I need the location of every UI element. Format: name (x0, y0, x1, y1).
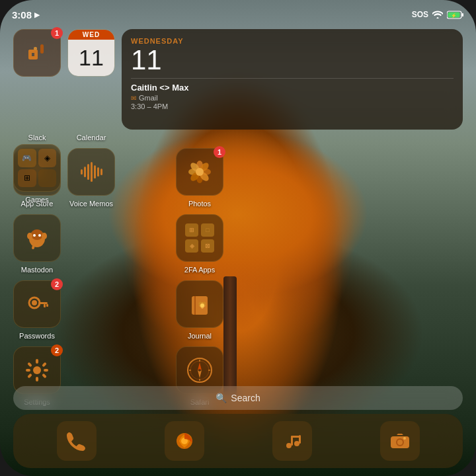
twofa-block-2: □ (201, 223, 214, 237)
svg-rect-44 (42, 362, 47, 368)
dock-firefox-icon[interactable] (165, 421, 204, 461)
svg-marker-50 (198, 370, 202, 378)
svg-point-21 (31, 229, 43, 240)
app-row-2: A App Store (13, 148, 463, 196)
svg-rect-45 (27, 374, 32, 379)
game-2: ◈ (38, 149, 57, 167)
status-bar: 3:08 ▶ SOS ⚡ (0, 0, 476, 24)
svg-point-47 (188, 358, 212, 382)
slack-app-icon[interactable]: 1 (13, 29, 61, 77)
svg-point-23 (42, 233, 47, 239)
music-icon (281, 430, 303, 452)
sos-label: SOS (412, 10, 428, 19)
settings-badge: 2 (51, 344, 63, 356)
mastodon-cell: Mastodon (13, 214, 61, 262)
battery-icon: ⚡ (447, 11, 464, 19)
svg-rect-40 (36, 377, 38, 381)
svg-rect-43 (27, 362, 32, 368)
svg-rect-41 (26, 369, 30, 372)
safari-symbol (185, 356, 214, 385)
game-4 (38, 169, 57, 188)
photos-symbol (185, 157, 214, 186)
twofa-inner: ⊞ □ ◈ ⊠ (178, 217, 221, 259)
passwords-icon[interactable]: 2 (13, 280, 61, 328)
svg-rect-32 (194, 296, 196, 315)
calendar-widget[interactable]: WEDNESDAY 11 Caitlin <> Max ✉ Gmail 3:30… (122, 29, 463, 130)
games-folder: 🎮 ◈ ⊞ (14, 145, 60, 191)
svg-rect-28 (38, 302, 48, 304)
svg-rect-39 (36, 359, 38, 364)
time-display: 3:08 (12, 9, 32, 20)
game-3: ⊞ (18, 169, 36, 188)
dock-phone-icon[interactable] (57, 421, 97, 461)
wave-5 (94, 165, 96, 178)
voice-memos-icon[interactable] (67, 148, 115, 196)
camera-icon (389, 430, 411, 452)
search-bar-text: Search (231, 393, 260, 403)
app-row-4: 2 Passwords (13, 280, 463, 328)
voice-memos-cell: Voice Memos (67, 148, 115, 196)
svg-point-57 (286, 443, 292, 448)
wave-3 (87, 164, 89, 180)
top-widgets-row: 1 Slack WED (13, 29, 463, 130)
svg-point-58 (294, 441, 299, 446)
photos-cell: 1 Photos (176, 148, 223, 196)
svg-point-27 (32, 300, 37, 305)
journal-symbol (186, 291, 213, 317)
dock (13, 414, 463, 468)
calendar-small-inner: WED 11 (68, 30, 114, 76)
time-area: 3:08 ▶ (12, 9, 40, 20)
journal-icon[interactable] (176, 280, 223, 328)
svg-rect-9 (34, 47, 37, 50)
twofa-block-1: ⊞ (185, 223, 198, 237)
wave-6 (97, 167, 99, 177)
passwords-cell: 2 Passwords (13, 280, 61, 328)
svg-point-64 (397, 440, 403, 445)
games-icon[interactable]: 🎮 ◈ ⊞ (13, 144, 61, 192)
search-bar[interactable]: 🔍 Search (13, 386, 463, 410)
dock-camera-icon[interactable] (380, 421, 420, 461)
calendar-label: Calendar (77, 134, 106, 141)
wave-1 (81, 169, 83, 175)
svg-rect-6 (28, 56, 38, 60)
svg-point-19 (196, 168, 204, 176)
calendar-small-cell: WED 11 Calendar (67, 29, 115, 130)
photos-icon[interactable]: 1 (176, 148, 223, 196)
journal-label: Journal (188, 332, 212, 340)
journal-inner (186, 291, 213, 317)
calendar-event: Caitlin <> Max ✉ Gmail 3:30 – 4PM (131, 78, 454, 110)
voice-memo-inner (81, 162, 102, 182)
slack-app-cell: 1 Slack (13, 29, 61, 130)
svg-point-25 (38, 234, 41, 237)
app-row-3: Mastodon ⊞ □ ◈ ⊠ 2FA (13, 214, 463, 262)
twofa-block-3: ◈ (185, 239, 198, 253)
journal-cell: Journal (176, 280, 223, 328)
photos-label: Photos (188, 200, 211, 208)
calendar-event-source: ✉ Gmail (131, 94, 454, 102)
phone-icon (65, 430, 88, 452)
svg-marker-49 (198, 362, 202, 370)
location-icon: ▶ (34, 11, 40, 19)
twofa-icon[interactable]: ⊞ □ ◈ ⊠ (176, 214, 223, 262)
svg-point-22 (27, 233, 32, 239)
calendar-widget-day: WEDNESDAY (131, 37, 454, 45)
games-label: Games (25, 196, 48, 204)
svg-rect-1 (462, 13, 464, 17)
wave-4 (91, 162, 93, 182)
cal-small-body: 11 (68, 40, 114, 76)
svg-text:⚡: ⚡ (451, 13, 457, 19)
mastodon-symbol (23, 224, 51, 252)
svg-rect-61 (291, 436, 301, 438)
game-1: 🎮 (18, 149, 36, 167)
mastodon-icon[interactable] (13, 214, 61, 262)
photos-badge: 1 (214, 146, 225, 158)
slack-badge: 1 (51, 27, 63, 39)
dock-music-icon[interactable] (272, 421, 312, 461)
passwords-badge: 2 (51, 278, 63, 290)
svg-rect-46 (42, 374, 47, 379)
twofa-cell: ⊞ □ ◈ ⊠ 2FA Apps (176, 214, 223, 262)
calendar-small-icon[interactable]: WED 11 (67, 29, 115, 77)
cal-small-number: 11 (79, 45, 104, 71)
settings-symbol (23, 356, 51, 384)
games-cell: 🎮 ◈ ⊞ Games (13, 144, 61, 192)
